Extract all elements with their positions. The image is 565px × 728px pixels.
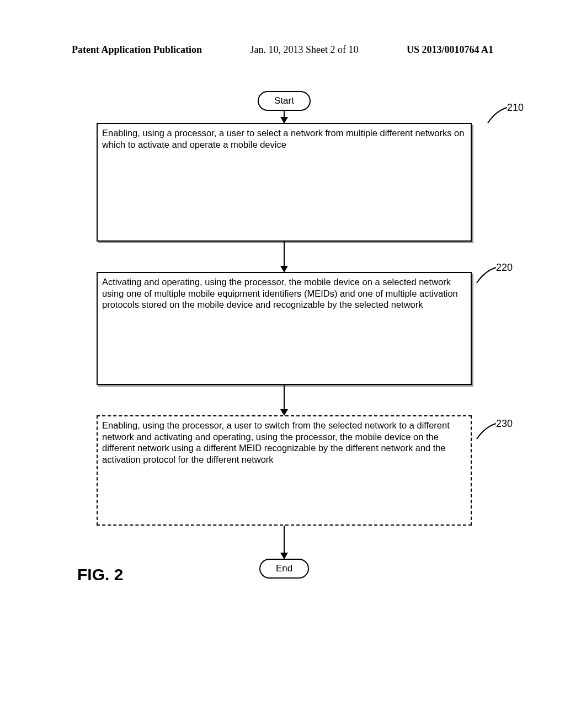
ref-curve-icon xyxy=(479,106,518,129)
start-label: Start xyxy=(258,91,311,111)
box-220-text: Activating and operating, using the proc… xyxy=(102,277,458,309)
start-terminal: Start xyxy=(97,91,472,111)
header-left: Patent Application Publication xyxy=(72,44,202,56)
flowchart: Start Enabling, using a processor, a use… xyxy=(97,91,472,579)
arrow-2 xyxy=(97,242,472,272)
box-230: Enabling, using the processor, a user to… xyxy=(97,415,472,526)
end-terminal: End xyxy=(97,559,472,579)
ref-230: 230 xyxy=(496,418,513,430)
header-center: Jan. 10, 2013 Sheet 2 of 10 xyxy=(250,44,359,56)
box-230-text: Enabling, using the processor, a user to… xyxy=(102,420,450,464)
page-header: Patent Application Publication Jan. 10, … xyxy=(0,44,565,56)
ref-curve-icon xyxy=(468,422,507,445)
ref-210: 210 xyxy=(507,102,524,114)
header-right: US 2013/0010764 A1 xyxy=(407,44,493,56)
figure-label: FIG. 2 xyxy=(77,565,123,584)
ref-220: 220 xyxy=(496,262,513,274)
end-label: End xyxy=(259,559,309,579)
arrow-3 xyxy=(97,385,472,415)
arrow-4 xyxy=(97,526,472,559)
arrow-1 xyxy=(97,111,472,123)
box-210-text: Enabling, using a processor, a user to s… xyxy=(102,128,464,149)
box-220: Activating and operating, using the proc… xyxy=(97,272,472,385)
box-210: Enabling, using a processor, a user to s… xyxy=(97,123,472,242)
ref-curve-icon xyxy=(468,266,507,288)
